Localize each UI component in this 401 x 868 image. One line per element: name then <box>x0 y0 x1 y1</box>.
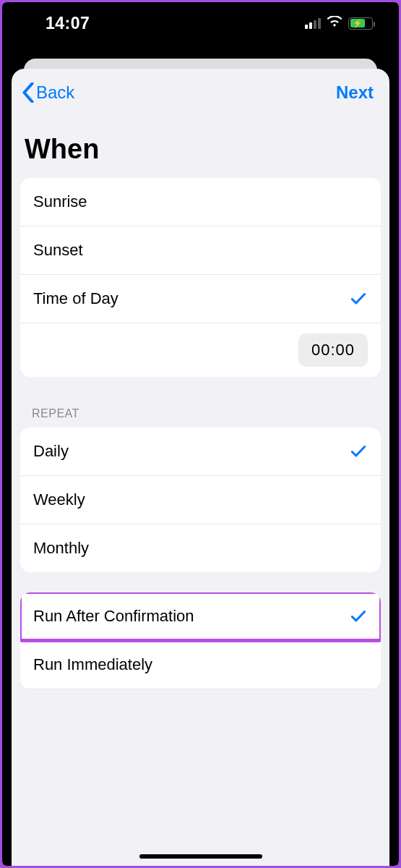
option-sunrise[interactable]: Sunrise <box>20 178 381 226</box>
option-label: Weekly <box>33 490 85 509</box>
time-picker-row: 00:00 <box>20 323 381 377</box>
option-daily[interactable]: Daily <box>20 427 381 476</box>
page-title: When <box>12 116 389 178</box>
option-label: Run Immediately <box>33 655 152 674</box>
repeat-header: REPEAT <box>12 397 389 427</box>
option-run-immediately[interactable]: Run Immediately <box>20 641 381 689</box>
status-icons: ⚡ <box>305 16 373 30</box>
time-value[interactable]: 00:00 <box>298 333 368 367</box>
checkmark-icon <box>349 607 368 626</box>
status-bar: 14:07 ⚡ <box>2 2 399 44</box>
back-label: Back <box>36 82 74 103</box>
option-sunset[interactable]: Sunset <box>20 226 381 275</box>
home-indicator[interactable] <box>139 854 262 859</box>
status-time: 14:07 <box>46 14 90 33</box>
when-group: Sunrise Sunset Time of Day 00:00 <box>20 178 381 377</box>
battery-icon: ⚡ <box>348 17 373 30</box>
cellular-icon <box>305 17 321 29</box>
option-label: Monthly <box>33 539 89 558</box>
nav-bar: Back Next <box>12 69 389 116</box>
option-weekly[interactable]: Weekly <box>20 476 381 524</box>
next-button[interactable]: Next <box>332 78 378 107</box>
option-run-after-confirmation[interactable]: Run After Confirmation <box>20 592 381 641</box>
repeat-group: Daily Weekly Monthly <box>20 427 381 572</box>
option-label: Sunrise <box>33 192 87 211</box>
back-button[interactable]: Back <box>17 78 79 107</box>
option-monthly[interactable]: Monthly <box>20 524 381 572</box>
checkmark-icon <box>349 289 368 308</box>
run-group: Run After Confirmation Run Immediately <box>20 592 381 689</box>
chevron-left-icon <box>22 82 35 103</box>
modal-sheet: Back Next When Sunrise Sunset Time of Da… <box>12 69 389 866</box>
option-label: Daily <box>33 442 69 461</box>
option-label: Time of Day <box>33 289 118 308</box>
option-label: Run After Confirmation <box>33 607 194 626</box>
checkmark-icon <box>349 442 368 461</box>
option-time-of-day[interactable]: Time of Day <box>20 275 381 323</box>
option-label: Sunset <box>33 241 83 260</box>
wifi-icon <box>327 16 342 30</box>
